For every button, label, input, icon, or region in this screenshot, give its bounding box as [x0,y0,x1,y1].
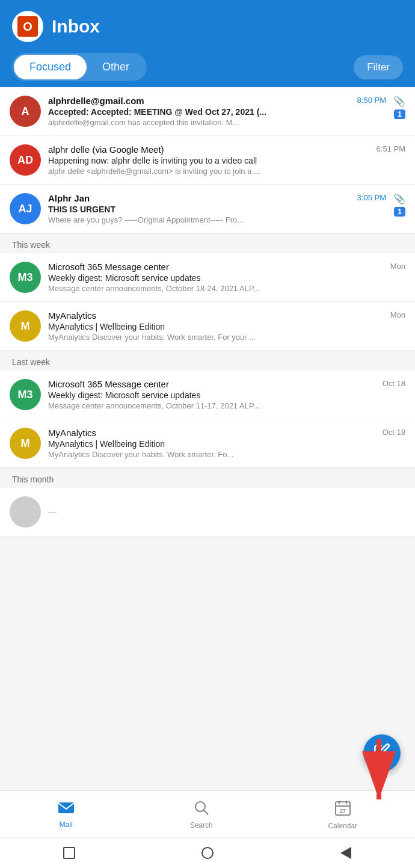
svg-point-3 [195,802,205,811]
email-preview: MyAnalytics Discover your habits. Work s… [48,333,405,342]
table-row[interactable]: M3 Microsoft 365 Message center Oct 18 W… [0,371,415,419]
email-subject: THIS IS URGENT [48,205,386,214]
nav-item-search[interactable]: Search [178,796,225,833]
system-recents-button[interactable] [61,845,77,861]
email-top-row: MyAnalytics Mon [48,310,405,321]
email-content: alphrdelle@gmail.com 8:50 PM Accepted: A… [48,96,386,127]
email-top-row: Microsoft 365 Message center Mon [48,262,405,272]
email-subject: Happening now: alphr delle is inviting y… [48,156,405,165]
table-row[interactable]: — [0,488,415,537]
table-row[interactable]: M MyAnalytics Oct 18 MyAnalytics | Wellb… [0,419,415,468]
header-top: O Inbox [12,11,403,42]
email-preview: alphrdelle@gmail.com has accepted this i… [48,118,386,127]
svg-rect-2 [58,802,74,813]
avatar: M3 [10,379,41,410]
email-time: 6:51 PM [377,144,405,153]
email-time: Oct 18 [383,379,405,388]
email-content: Microsoft 365 Message center Mon Weekly … [48,262,405,293]
calendar-icon: 27 [334,799,351,820]
mail-icon [58,801,75,819]
office-logo: O [12,11,43,42]
email-subject: Weekly digest: Microsoft service updates [48,273,405,283]
avatar: M3 [10,262,41,293]
section-label-this-month: This month [0,468,415,488]
count-badge: 1 [394,207,405,217]
header: O Inbox Focused Other Filter [0,0,415,87]
tab-focused[interactable]: Focused [14,55,87,79]
email-list: A alphrdelle@gmail.com 8:50 PM Accepted:… [0,87,415,537]
compose-button[interactable] [363,734,401,772]
table-row[interactable]: M3 Microsoft 365 Message center Mon Week… [0,253,415,302]
nav-calendar-label: Calendar [328,822,357,830]
compose-icon [374,743,390,763]
email-content: alphr delle (via Google Meet) 6:51 PM Ha… [48,144,405,176]
home-icon [201,847,214,859]
nav-search-label: Search [190,821,213,830]
sender-name: Microsoft 365 Message center [48,379,169,389]
office-logo-icon: O [17,16,38,37]
email-top-row: alphrdelle@gmail.com 8:50 PM [48,96,386,106]
avatar: AD [10,144,41,176]
back-icon [340,847,351,859]
table-row[interactable]: M MyAnalytics Mon MyAnalytics | Wellbein… [0,302,415,351]
email-content: MyAnalytics Oct 18 MyAnalytics | Wellbei… [48,428,405,459]
table-row[interactable]: A alphrdelle@gmail.com 8:50 PM Accepted:… [0,87,415,136]
email-content: Microsoft 365 Message center Oct 18 Week… [48,379,405,410]
sender-name: alphr delle (via Google Meet) [48,144,164,155]
email-time: Oct 18 [383,428,405,437]
email-content: Alphr Jan 3:05 PM THIS IS URGENT Where a… [48,193,386,224]
email-preview: Message center announcements, October 11… [48,401,405,410]
svg-line-4 [204,810,208,814]
email-subject: Accepted: Accepted: MEETING @ Wed Oct 27… [48,107,386,117]
email-preview: Message center announcements, October 18… [48,284,405,293]
page-title: Inbox [52,16,100,37]
avatar-placeholder [10,496,41,528]
tab-group: Focused Other [12,53,147,81]
svg-text:27: 27 [340,808,346,814]
sender-name: MyAnalytics [48,310,96,321]
sender-name: alphrdelle@gmail.com [48,96,144,106]
system-back-button[interactable] [338,845,354,861]
email-meta: 📎 1 [393,96,405,119]
avatar: M [10,428,41,459]
section-label-this-week: This week [0,233,415,253]
email-top-row: MyAnalytics Oct 18 [48,428,405,438]
bottom-nav: Mail Search 27 Calendar [0,790,415,837]
sender-name: Alphr Jan [48,193,90,203]
table-row[interactable]: AD alphr delle (via Google Meet) 6:51 PM… [0,136,415,185]
email-subject: MyAnalytics | Wellbeing Edition [48,322,405,331]
nav-item-mail[interactable]: Mail [46,797,87,833]
search-icon [194,800,209,820]
email-preview: alphr delle <alphrdelle@gmail.com> is in… [48,167,405,176]
email-time: 3:05 PM [357,193,386,202]
sender-name: Microsoft 365 Message center [48,262,169,272]
tab-row: Focused Other Filter [12,53,403,87]
email-list-wrapper: A alphrdelle@gmail.com 8:50 PM Accepted:… [0,87,415,790]
system-home-button[interactable] [200,845,215,861]
filter-button[interactable]: Filter [354,55,403,79]
email-top-row: Alphr Jan 3:05 PM [48,193,386,203]
email-top-row: Microsoft 365 Message center Oct 18 [48,379,405,389]
system-nav-bar [0,837,415,868]
recents-icon [63,847,75,859]
nav-item-calendar[interactable]: 27 Calendar [316,796,369,834]
email-meta: 📎 1 [393,193,405,217]
email-top-row: alphr delle (via Google Meet) 6:51 PM [48,144,405,155]
avatar: AJ [10,193,41,224]
table-row[interactable]: AJ Alphr Jan 3:05 PM THIS IS URGENT Wher… [0,185,415,233]
avatar: A [10,96,41,127]
count-badge: 1 [394,109,405,119]
email-time: 8:50 PM [357,96,386,105]
sender-name: MyAnalytics [48,428,96,438]
email-content: MyAnalytics Mon MyAnalytics | Wellbeing … [48,310,405,342]
email-preview: MyAnalytics Discover your habits. Work s… [48,450,405,459]
attachment-icon: 📎 [393,193,405,205]
email-time: Mon [390,310,405,319]
email-time: Mon [390,262,405,271]
tab-other[interactable]: Other [87,55,145,79]
avatar: M [10,310,41,342]
partial-email-text: — [48,507,57,517]
section-label-last-week: Last week [0,351,415,371]
nav-mail-label: Mail [60,820,73,829]
email-preview: Where are you guys? -----Original Appoin… [48,215,386,224]
